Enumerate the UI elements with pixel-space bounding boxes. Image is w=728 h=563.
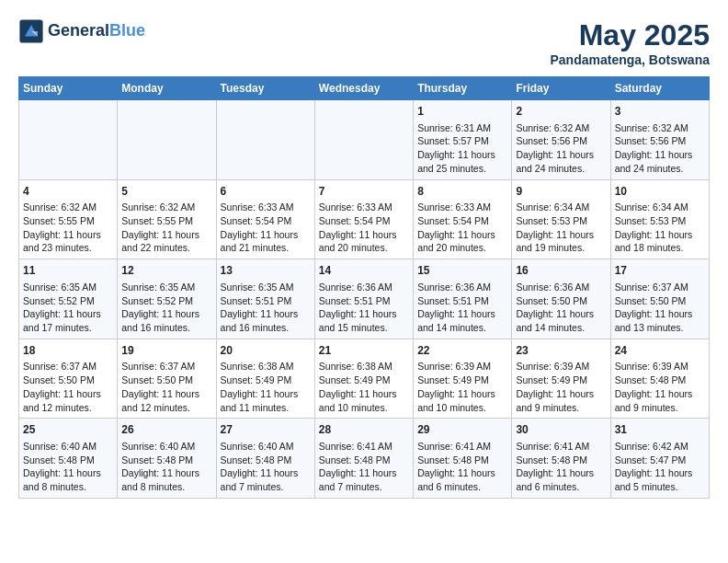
day-of-week-header: Wednesday — [314, 77, 413, 100]
calendar-cell: 9Sunrise: 6:34 AMSunset: 5:53 PMDaylight… — [512, 179, 610, 259]
calendar-cell — [314, 100, 413, 180]
calendar-body: 1Sunrise: 6:31 AMSunset: 5:57 PMDaylight… — [19, 100, 710, 499]
day-number: 10 — [615, 184, 705, 200]
logo-icon — [18, 18, 44, 44]
day-number: 20 — [221, 343, 311, 359]
day-number: 27 — [221, 422, 311, 438]
day-of-week-header: Monday — [118, 77, 216, 100]
day-number: 23 — [516, 343, 606, 359]
calendar-cell: 31Sunrise: 6:42 AMSunset: 5:47 PMDayligh… — [610, 419, 709, 499]
day-number: 17 — [615, 263, 705, 279]
day-number: 14 — [319, 263, 409, 279]
calendar-cell: 17Sunrise: 6:37 AMSunset: 5:50 PMDayligh… — [610, 259, 709, 339]
calendar-cell: 20Sunrise: 6:38 AMSunset: 5:49 PMDayligh… — [216, 339, 314, 419]
day-number: 5 — [121, 184, 211, 200]
day-number: 6 — [221, 184, 311, 200]
day-of-week-header: Friday — [512, 77, 610, 100]
calendar-cell: 28Sunrise: 6:41 AMSunset: 5:48 PMDayligh… — [314, 419, 413, 499]
day-number: 26 — [121, 422, 211, 438]
day-of-week-header: Sunday — [19, 77, 118, 100]
day-number: 19 — [121, 343, 211, 359]
day-number: 21 — [319, 343, 409, 359]
day-number: 1 — [417, 104, 507, 120]
calendar-cell: 21Sunrise: 6:38 AMSunset: 5:49 PMDayligh… — [314, 339, 413, 419]
calendar-cell: 1Sunrise: 6:31 AMSunset: 5:57 PMDaylight… — [414, 100, 512, 180]
day-of-week-header: Thursday — [414, 77, 512, 100]
calendar-cell: 27Sunrise: 6:40 AMSunset: 5:48 PMDayligh… — [216, 419, 314, 499]
calendar-cell: 6Sunrise: 6:33 AMSunset: 5:54 PMDaylight… — [216, 179, 314, 259]
day-number: 7 — [319, 184, 409, 200]
calendar-cell: 4Sunrise: 6:32 AMSunset: 5:55 PMDaylight… — [19, 179, 118, 259]
day-number: 16 — [516, 263, 606, 279]
calendar-cell: 24Sunrise: 6:39 AMSunset: 5:48 PMDayligh… — [610, 339, 709, 419]
calendar-cell: 14Sunrise: 6:36 AMSunset: 5:51 PMDayligh… — [314, 259, 413, 339]
calendar-cell: 12Sunrise: 6:35 AMSunset: 5:52 PMDayligh… — [118, 259, 216, 339]
calendar-cell: 15Sunrise: 6:36 AMSunset: 5:51 PMDayligh… — [414, 259, 512, 339]
calendar-week-row: 4Sunrise: 6:32 AMSunset: 5:55 PMDaylight… — [19, 179, 710, 259]
calendar-week-row: 25Sunrise: 6:40 AMSunset: 5:48 PMDayligh… — [19, 419, 710, 499]
calendar-cell: 23Sunrise: 6:39 AMSunset: 5:49 PMDayligh… — [512, 339, 610, 419]
day-number: 4 — [23, 184, 113, 200]
calendar-header: SundayMondayTuesdayWednesdayThursdayFrid… — [19, 77, 710, 100]
calendar-table: SundayMondayTuesdayWednesdayThursdayFrid… — [18, 76, 710, 499]
calendar-cell: 2Sunrise: 6:32 AMSunset: 5:56 PMDaylight… — [512, 100, 610, 180]
calendar-cell: 5Sunrise: 6:32 AMSunset: 5:55 PMDaylight… — [118, 179, 216, 259]
calendar-week-row: 11Sunrise: 6:35 AMSunset: 5:52 PMDayligh… — [19, 259, 710, 339]
calendar-cell: 7Sunrise: 6:33 AMSunset: 5:54 PMDaylight… — [314, 179, 413, 259]
day-number: 13 — [221, 263, 311, 279]
calendar-cell — [216, 100, 314, 180]
day-number: 25 — [23, 422, 113, 438]
day-number: 8 — [417, 184, 507, 200]
day-number: 29 — [417, 422, 507, 438]
page-header: GeneralBlue May 2025 Pandamatenga, Botsw… — [18, 18, 710, 67]
calendar-cell: 26Sunrise: 6:40 AMSunset: 5:48 PMDayligh… — [118, 419, 216, 499]
calendar-cell — [118, 100, 216, 180]
calendar-cell: 16Sunrise: 6:36 AMSunset: 5:50 PMDayligh… — [512, 259, 610, 339]
calendar-cell: 18Sunrise: 6:37 AMSunset: 5:50 PMDayligh… — [19, 339, 118, 419]
calendar-cell: 22Sunrise: 6:39 AMSunset: 5:49 PMDayligh… — [414, 339, 512, 419]
title-block: May 2025 Pandamatenga, Botswana — [551, 18, 711, 67]
calendar-week-row: 1Sunrise: 6:31 AMSunset: 5:57 PMDaylight… — [19, 100, 710, 180]
day-of-week-header: Saturday — [610, 77, 709, 100]
day-number: 2 — [516, 104, 606, 120]
calendar-cell: 25Sunrise: 6:40 AMSunset: 5:48 PMDayligh… — [19, 419, 118, 499]
day-of-week-header: Tuesday — [216, 77, 314, 100]
day-number: 12 — [121, 263, 211, 279]
calendar-cell: 8Sunrise: 6:33 AMSunset: 5:54 PMDaylight… — [414, 179, 512, 259]
calendar-cell: 19Sunrise: 6:37 AMSunset: 5:50 PMDayligh… — [118, 339, 216, 419]
calendar-cell: 13Sunrise: 6:35 AMSunset: 5:51 PMDayligh… — [216, 259, 314, 339]
day-number: 15 — [417, 263, 507, 279]
location-subtitle: Pandamatenga, Botswana — [551, 52, 711, 67]
day-number: 24 — [615, 343, 705, 359]
logo: GeneralBlue — [18, 18, 145, 44]
day-number: 30 — [516, 422, 606, 438]
calendar-cell: 10Sunrise: 6:34 AMSunset: 5:53 PMDayligh… — [610, 179, 709, 259]
day-number: 28 — [319, 422, 409, 438]
calendar-cell: 30Sunrise: 6:41 AMSunset: 5:48 PMDayligh… — [512, 419, 610, 499]
calendar-cell: 11Sunrise: 6:35 AMSunset: 5:52 PMDayligh… — [19, 259, 118, 339]
day-number: 31 — [615, 422, 705, 438]
month-title: May 2025 — [551, 18, 711, 52]
calendar-cell: 3Sunrise: 6:32 AMSunset: 5:56 PMDaylight… — [610, 100, 709, 180]
day-number: 11 — [23, 263, 113, 279]
calendar-cell: 29Sunrise: 6:41 AMSunset: 5:48 PMDayligh… — [414, 419, 512, 499]
logo-text: GeneralBlue — [48, 22, 145, 40]
calendar-week-row: 18Sunrise: 6:37 AMSunset: 5:50 PMDayligh… — [19, 339, 710, 419]
day-number: 3 — [615, 104, 705, 120]
day-number: 9 — [516, 184, 606, 200]
day-number: 18 — [23, 343, 113, 359]
day-number: 22 — [417, 343, 507, 359]
calendar-cell — [19, 100, 118, 180]
